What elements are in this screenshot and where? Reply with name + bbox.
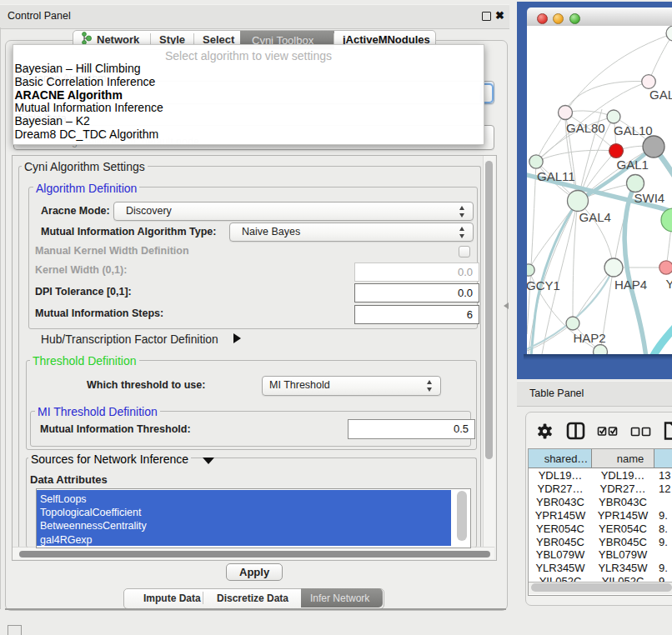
svg-text:GAL4: GAL4 — [579, 210, 611, 224]
svg-text:SWI4: SWI4 — [634, 191, 665, 205]
svg-text:Y: Y — [666, 277, 672, 291]
svg-text:GCY1: GCY1 — [527, 278, 560, 292]
svg-text:GAL11: GAL11 — [537, 169, 575, 183]
svg-text:HAP4: HAP4 — [614, 278, 647, 292]
svg-text:GAL7: GAL7 — [649, 88, 672, 102]
svg-text:GAL1: GAL1 — [617, 158, 649, 172]
svg-text:GAL10: GAL10 — [614, 123, 653, 138]
svg-text:GAL80: GAL80 — [566, 121, 605, 135]
svg-text:HAP2: HAP2 — [574, 331, 606, 345]
